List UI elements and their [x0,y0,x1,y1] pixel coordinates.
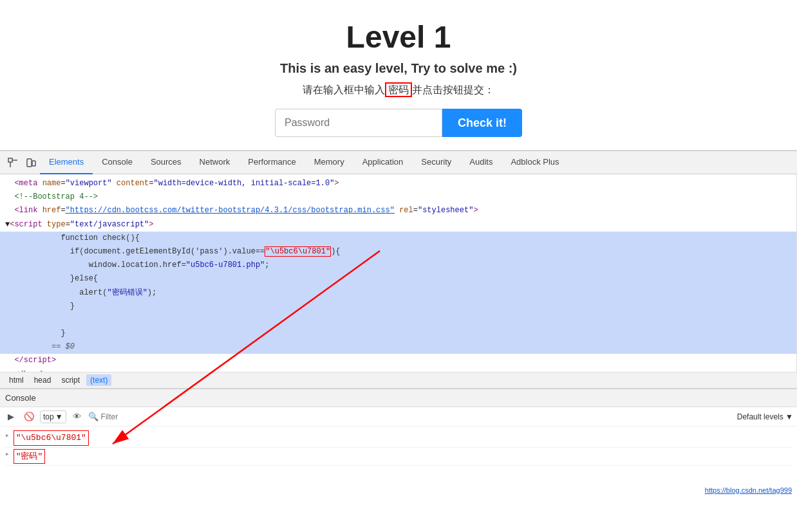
console-top-label: top [43,412,54,421]
code-line-alert[interactable]: alert("密码错误"); [0,286,796,300]
console-value-2: "密码" [14,449,46,464]
tab-sources[interactable]: Sources [142,151,191,174]
console-line-2: ▸ "密码" [5,448,792,466]
breadcrumb-script[interactable]: script [57,374,84,386]
check-button[interactable]: Check it! [442,109,522,137]
console-section: Console ▶ 🚫 top ▼ 👁 🔍 Default levels ▼ ▸… [0,389,797,498]
watermark: https://blog.csdn.net/tag999 [705,486,792,494]
tab-network[interactable]: Network [191,151,239,174]
console-filter: 🔍 [88,412,733,421]
code-line[interactable]: <meta name="viewport" content="width=dev… [0,177,796,190]
console-line-1: ▸ "\u5bc6\u7801" [5,429,792,448]
code-line-close-fn[interactable]: } [0,327,796,340]
code-line-empty[interactable] [0,313,796,327]
code-line[interactable]: ▼<script type="text/javascript"> [0,218,796,232]
code-line[interactable]: <!--Bootstrap 4--> [0,190,796,204]
console-block-icon[interactable]: 🚫 [22,410,36,424]
console-execute-icon[interactable]: ▶ [4,410,18,424]
tab-memory[interactable]: Memory [305,151,353,174]
console-arrow-1: ▸ [5,430,10,441]
code-line-dollar[interactable]: == $0 [0,340,796,354]
console-filter-input[interactable] [101,412,733,421]
password-input[interactable] [275,109,442,137]
tab-audits[interactable]: Audits [460,151,502,174]
code-line-close-script[interactable]: </script> [0,354,796,367]
code-line-close-else[interactable]: } [0,300,796,313]
inspect-element-icon[interactable] [4,154,22,172]
breadcrumb-head[interactable]: head [30,374,55,386]
instruction-before: 请在输入框中输入 [303,84,385,95]
console-top-select[interactable]: top ▼ [40,410,66,423]
code-line-else[interactable]: }else{ [0,272,796,286]
console-output: ▸ "\u5bc6\u7801" ▸ "密码" [0,427,797,498]
code-line-function[interactable]: function check(){ [0,232,796,245]
devtools-toolbar: Elements Console Sources Network Perform… [0,151,797,174]
console-eye-icon[interactable]: 👁 [70,410,84,424]
elements-panel: <meta name="viewport" content="width=dev… [0,174,797,372]
breadcrumb-text[interactable]: (text) [86,374,111,386]
console-header: Console [0,389,797,407]
tab-application[interactable]: Application [353,151,413,174]
instruction-highlight: 密码 [385,82,412,97]
breadcrumb-html[interactable]: html [5,374,28,386]
page-instruction: 请在输入框中输入密码并点击按钮提交： [0,84,797,97]
console-top-down-icon: ▼ [55,412,63,421]
code-line-if[interactable]: if(document.getElementById('pass').value… [0,245,796,259]
code-line-location[interactable]: window.location.href="u5bc6-u7801.php"; [0,259,796,272]
tab-security[interactable]: Security [412,151,460,174]
console-header-label: Console [5,393,36,403]
tab-console[interactable]: Console [93,151,142,174]
svg-rect-5 [27,159,32,167]
tab-performance[interactable]: Performance [239,151,305,174]
devtools-breadcrumb: html head script (text) [0,372,797,389]
console-arrow-2: ▸ [5,449,10,460]
console-value-1: "\u5bc6\u7801" [14,430,89,446]
devtools-panel: Elements Console Sources Network Perform… [0,151,797,498]
devtools-main: <meta name="viewport" content="width=dev… [0,174,797,372]
console-levels-label: Default levels ▼ [737,412,793,421]
instruction-after: 并点击按钮提交： [412,84,494,95]
device-mode-icon[interactable] [22,154,40,172]
tab-adblock[interactable]: Adblock Plus [502,151,568,174]
tab-elements[interactable]: Elements [40,151,93,174]
password-row: Check it! [0,109,797,137]
svg-rect-6 [32,161,35,166]
svg-rect-2 [8,158,12,162]
page-subtitle: This is an easy level, Try to solve me :… [0,61,797,76]
code-line[interactable]: <link href="https://cdn.bootcss.com/twit… [0,204,796,217]
console-toolbar: ▶ 🚫 top ▼ 👁 🔍 Default levels ▼ [0,407,797,427]
filter-icon: 🔍 [88,412,98,421]
page-title: Level 1 [0,19,797,55]
console-levels[interactable]: Default levels ▼ [737,412,793,421]
page-top-section: Level 1 This is an easy level, Try to so… [0,0,797,151]
